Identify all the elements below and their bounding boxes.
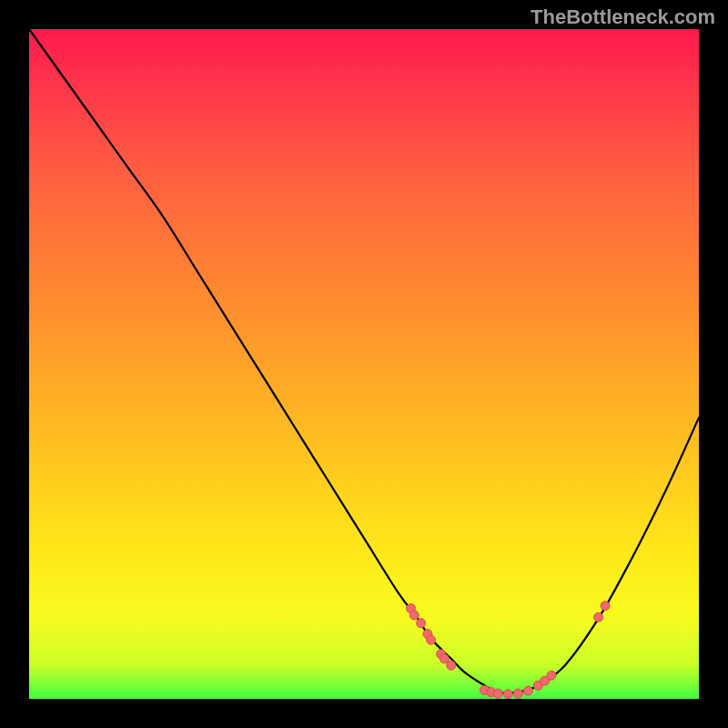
data-marker — [594, 612, 603, 622]
data-marker — [503, 690, 512, 699]
data-marker — [513, 689, 522, 698]
bottleneck-curve — [29, 29, 699, 693]
data-marker — [547, 671, 556, 680]
data-marker — [523, 686, 532, 695]
data-marker — [601, 602, 610, 611]
data-marker — [417, 619, 426, 628]
chart-frame — [29, 29, 699, 699]
watermark-text: TheBottleneck.com — [531, 5, 715, 29]
data-marker — [410, 611, 419, 620]
data-marker — [493, 689, 502, 698]
data-marker — [440, 654, 449, 663]
marker-group — [407, 602, 611, 699]
data-marker — [447, 661, 456, 670]
plot-area — [29, 29, 699, 699]
data-marker — [427, 635, 436, 644]
curve-svg — [29, 29, 699, 699]
